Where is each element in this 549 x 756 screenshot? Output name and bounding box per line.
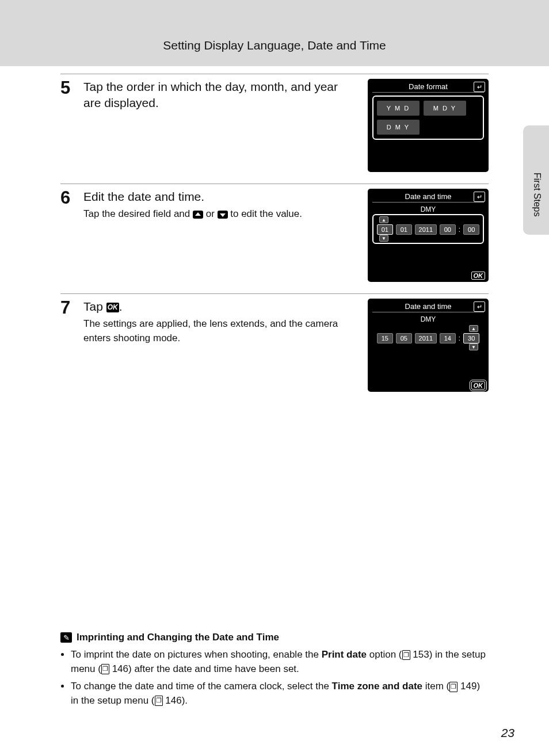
down-arrow-icon[interactable]: ▼ bbox=[469, 343, 478, 350]
up-arrow-icon[interactable]: ▲ bbox=[469, 325, 478, 332]
down-arrow-icon bbox=[218, 211, 228, 219]
screen-subtitle: DMY bbox=[372, 205, 484, 213]
field-day[interactable]: 01 bbox=[377, 224, 393, 235]
page-ref-icon: ❐ bbox=[155, 696, 163, 706]
screen-subtitle: DMY bbox=[372, 315, 484, 323]
field-year[interactable]: 2011 bbox=[415, 333, 437, 343]
page-number: 23 bbox=[501, 726, 514, 740]
note-section: ✎ Imprinting and Changing the Date and T… bbox=[60, 632, 489, 712]
header-band bbox=[0, 0, 549, 66]
step-sub: The settings are applied, the lens exten… bbox=[83, 317, 357, 345]
step-5: 5 Tap the order in which the day, month,… bbox=[60, 79, 489, 172]
step-number: 7 bbox=[60, 299, 83, 318]
note-item: To change the date and time of the camer… bbox=[71, 679, 489, 708]
back-icon[interactable]: ↵ bbox=[474, 82, 485, 92]
screen-divider bbox=[372, 312, 484, 312]
divider bbox=[60, 184, 489, 184]
up-arrow-icon[interactable]: ▲ bbox=[379, 216, 388, 223]
camera-screen-date-time-set: ↵ Date and time DMY ▲ ▼ 15 05 2011 14:30 bbox=[368, 299, 489, 392]
screen-divider bbox=[372, 202, 484, 203]
step-title: Edit the date and time. bbox=[83, 189, 357, 205]
step-title: Tap OK. bbox=[83, 299, 357, 315]
step-number: 6 bbox=[60, 189, 83, 208]
option-mdy[interactable]: M D Y bbox=[424, 101, 466, 116]
page-ref-icon: ❐ bbox=[101, 664, 109, 674]
manual-page: Setting Display Language, Date and Time … bbox=[0, 0, 549, 756]
field-minute[interactable]: 30 bbox=[463, 333, 479, 343]
back-icon[interactable]: ↵ bbox=[474, 301, 485, 312]
ok-icon: OK bbox=[106, 303, 119, 312]
note-list: To imprint the date on pictures when sho… bbox=[60, 648, 489, 708]
field-panel: ▲ ▼ 15 05 2011 14:30 bbox=[372, 324, 484, 352]
screen-title: Date and time bbox=[372, 302, 484, 311]
screen-title: Date format bbox=[372, 82, 484, 91]
divider bbox=[60, 74, 489, 74]
side-tab-label: First Steps bbox=[532, 173, 542, 216]
back-icon[interactable]: ↵ bbox=[474, 192, 485, 202]
note-item: To imprint the date on pictures when sho… bbox=[71, 648, 489, 676]
note-title: Imprinting and Changing the Date and Tim… bbox=[77, 632, 279, 643]
field-hour[interactable]: 00 bbox=[440, 224, 456, 235]
pencil-icon: ✎ bbox=[60, 632, 72, 643]
page-ref-icon: ❐ bbox=[402, 650, 410, 660]
steps-container: 5 Tap the order in which the day, month,… bbox=[60, 74, 489, 403]
option-dmy[interactable]: D M Y bbox=[377, 120, 420, 135]
camera-screen-date-time: ↵ Date and time DMY ▲ ▼ 01 01 2011 00:00 bbox=[368, 189, 489, 282]
step-title: Tap the order in which the day, month, a… bbox=[83, 79, 357, 112]
page-title: Setting Display Language, Date and Time bbox=[0, 39, 549, 52]
step-7: 7 Tap OK. The settings are applied, the … bbox=[60, 299, 489, 392]
field-day[interactable]: 15 bbox=[377, 333, 393, 343]
option-ymd[interactable]: Y M D bbox=[377, 101, 420, 116]
field-hour[interactable]: 14 bbox=[440, 333, 456, 343]
camera-screen-date-format: ↵ Date format Y M D M D Y D M Y bbox=[368, 79, 489, 172]
field-year[interactable]: 2011 bbox=[415, 224, 437, 235]
field-minute[interactable]: 00 bbox=[463, 224, 479, 235]
step-sub: Tap the desired field and or to edit the… bbox=[83, 207, 357, 222]
field-month[interactable]: 05 bbox=[396, 333, 412, 343]
field-month[interactable]: 01 bbox=[396, 224, 412, 235]
ok-button[interactable]: OK bbox=[471, 381, 486, 390]
step-6: 6 Edit the date and time. Tap the desire… bbox=[60, 189, 489, 282]
divider bbox=[60, 293, 489, 294]
screen-title: Date and time bbox=[372, 192, 484, 201]
ok-button[interactable]: OK bbox=[471, 272, 486, 280]
step-number: 5 bbox=[60, 79, 83, 98]
screen-divider bbox=[372, 92, 484, 93]
down-arrow-icon[interactable]: ▼ bbox=[379, 235, 388, 242]
up-arrow-icon bbox=[193, 211, 203, 219]
field-panel: ▲ ▼ 01 01 2011 00:00 bbox=[372, 214, 484, 244]
page-ref-icon: ❐ bbox=[449, 682, 458, 692]
options-panel: Y M D M D Y D M Y bbox=[372, 96, 484, 140]
